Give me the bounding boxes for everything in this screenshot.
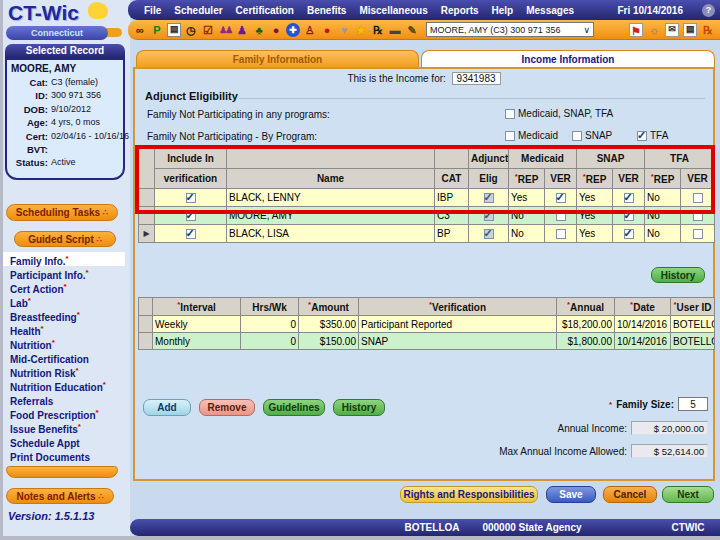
sidebar-item-schedule-appt[interactable]: Schedule Appt <box>3 434 125 448</box>
sidebar-item-family-info[interactable]: Family Info.* <box>3 252 125 266</box>
sidebar-item-health[interactable]: Health* <box>3 322 125 336</box>
document-icon[interactable]: ▤ <box>683 23 697 37</box>
sidebar-item-breastfeeding[interactable]: Breastfeeding* <box>3 308 125 322</box>
include-checkbox[interactable] <box>186 229 196 239</box>
menu-benefits[interactable]: Benefits <box>307 5 346 16</box>
menu-messages[interactable]: Messages <box>526 5 574 16</box>
tfa-ver-checkbox[interactable] <box>693 229 703 239</box>
sidebar-item-nutrition-education[interactable]: Nutrition Education* <box>3 378 125 392</box>
sidebar-item-food-prescription[interactable]: Food Prescription* <box>3 406 125 420</box>
sidebar-item-cert-action[interactable]: Cert Action* <box>3 280 125 294</box>
income-row[interactable]: Weekly 0 $350.00 Participant Reported $1… <box>139 316 715 333</box>
envelope-icon[interactable]: ✉ <box>665 23 679 37</box>
income-row[interactable]: Monthly 0 $150.00 SNAP $1,800.00 10/14/2… <box>139 333 715 350</box>
participant-row[interactable]: BLACK, LENNY IBP Yes Yes No <box>139 189 715 207</box>
rights-and-responsibilities-button[interactable]: Rights and Responsibilities <box>400 486 538 503</box>
save-button[interactable]: Save <box>546 486 596 503</box>
amount-value[interactable]: $150.00 <box>299 333 359 350</box>
rx-icon[interactable]: ℞ <box>371 23 385 37</box>
medicaid-snap-tfa-checkbox[interactable] <box>505 109 515 119</box>
checklist-icon[interactable]: ☑ <box>201 23 215 37</box>
history-button-top[interactable]: History <box>651 267 705 283</box>
binoculars-icon[interactable]: ∞ <box>133 23 147 37</box>
hrs-wk-value[interactable]: 0 <box>241 333 299 350</box>
row-selector[interactable] <box>139 207 155 225</box>
tab-income-information[interactable]: Income Information <box>421 50 715 68</box>
remove-button[interactable]: Remove <box>199 399 255 416</box>
star-icon[interactable]: ★ <box>354 23 368 37</box>
snap-rep-value[interactable]: Yes <box>577 225 613 243</box>
medicaid-checkbox[interactable] <box>505 131 515 141</box>
sidebar-item-mid-certification[interactable]: Mid-Certification <box>3 350 125 364</box>
snap-ver-checkbox[interactable] <box>624 193 634 203</box>
note-icon[interactable]: ⚑ <box>629 23 643 37</box>
sidebar-item-lab[interactable]: Lab* <box>3 294 125 308</box>
menu-certification[interactable]: Certification <box>236 5 294 16</box>
row-selector[interactable] <box>139 333 153 350</box>
medicaid-ver-checkbox[interactable] <box>556 211 566 221</box>
sidebar-item-nutrition[interactable]: Nutrition* <box>3 336 125 350</box>
cancel-button[interactable]: Cancel <box>603 486 657 503</box>
menu-file[interactable]: File <box>144 5 161 16</box>
hrs-wk-value[interactable]: 0 <box>241 316 299 333</box>
row-selector[interactable] <box>139 316 153 333</box>
edit-icon[interactable]: ✎ <box>405 23 419 37</box>
sidebar-item-nutrition-risk[interactable]: Nutrition Risk* <box>3 364 125 378</box>
tab-family-information[interactable]: Family Information <box>136 50 419 68</box>
plus-icon[interactable]: ✚ <box>286 23 300 37</box>
family-size-input[interactable]: 5 <box>678 397 708 411</box>
menu-help[interactable]: Help <box>492 5 514 16</box>
menu-scheduler[interactable]: Scheduler <box>174 5 222 16</box>
interval-value[interactable]: Monthly <box>153 333 241 350</box>
bulb-icon[interactable]: ☼ <box>647 23 661 37</box>
notes-and-alerts-button[interactable]: Notes and Alerts ∴ <box>6 488 114 504</box>
family-icon[interactable]: ♟♟ <box>218 23 232 37</box>
letter-p-icon[interactable]: P <box>150 23 164 37</box>
include-checkbox[interactable] <box>186 193 196 203</box>
grapes-icon[interactable]: ● <box>269 23 283 37</box>
adjunct-elig-checkbox[interactable] <box>484 229 494 239</box>
guidelines-button[interactable]: Guidelines <box>263 399 325 416</box>
history-button[interactable]: History <box>333 399 385 416</box>
rx-orange-icon[interactable]: ℞ <box>701 23 715 37</box>
tfa-rep-value[interactable]: No <box>645 189 681 207</box>
tfa-ver-checkbox[interactable] <box>693 193 703 203</box>
add-button[interactable]: Add <box>143 399 191 416</box>
clock-icon[interactable]: ◷ <box>184 23 198 37</box>
include-checkbox[interactable] <box>186 211 196 221</box>
snap-ver-checkbox[interactable] <box>624 229 634 239</box>
scheduling-tasks-button[interactable]: Scheduling Tasks ∴ <box>6 204 118 221</box>
adjunct-elig-checkbox[interactable] <box>484 193 494 203</box>
sidebar-item-issue-benefits[interactable]: Issue Benefits* <box>3 420 125 434</box>
participant-row[interactable]: MOORE, AMY C3 No Yes No <box>139 207 715 225</box>
scale-icon[interactable]: ♙ <box>303 23 317 37</box>
tfa-rep-value[interactable]: No <box>645 207 681 225</box>
row-selector[interactable]: ▶ <box>139 225 155 243</box>
medicaid-ver-checkbox[interactable] <box>556 193 566 203</box>
sidebar-item-print-documents[interactable]: Print Documents <box>3 448 125 462</box>
card-icon[interactable]: ▬ <box>388 23 402 37</box>
tfa-rep-value[interactable]: No <box>645 225 681 243</box>
medicaid-ver-checkbox[interactable] <box>556 229 566 239</box>
menu-reports[interactable]: Reports <box>441 5 479 16</box>
medicaid-rep-value[interactable]: No <box>509 207 545 225</box>
medicaid-rep-value[interactable]: Yes <box>509 189 545 207</box>
notebook-icon[interactable]: ▤ <box>167 23 181 37</box>
sidebar-item-participant-info[interactable]: Participant Info.* <box>3 266 125 280</box>
row-selector[interactable] <box>139 189 155 207</box>
menu-miscellaneous[interactable]: Miscellaneous <box>359 5 427 16</box>
amount-value[interactable]: $350.00 <box>299 316 359 333</box>
record-dropdown[interactable]: MOORE, AMY (C3) 300 971 356 ∨ <box>426 22 594 37</box>
guided-script-button[interactable]: Guided Script ∴ <box>14 231 116 247</box>
interval-value[interactable]: Weekly <box>153 316 241 333</box>
adjunct-elig-checkbox[interactable] <box>484 211 494 221</box>
snap-ver-checkbox[interactable] <box>624 211 634 221</box>
verification-value[interactable]: SNAP <box>359 333 557 350</box>
verification-value[interactable]: Participant Reported <box>359 316 557 333</box>
apple-icon[interactable]: ● <box>320 23 334 37</box>
tree-icon[interactable]: ♣ <box>252 23 266 37</box>
snap-rep-value[interactable]: Yes <box>577 207 613 225</box>
medicaid-rep-value[interactable]: No <box>509 225 545 243</box>
help-icon[interactable]: ? <box>702 4 715 17</box>
tfa-ver-checkbox[interactable] <box>693 211 703 221</box>
